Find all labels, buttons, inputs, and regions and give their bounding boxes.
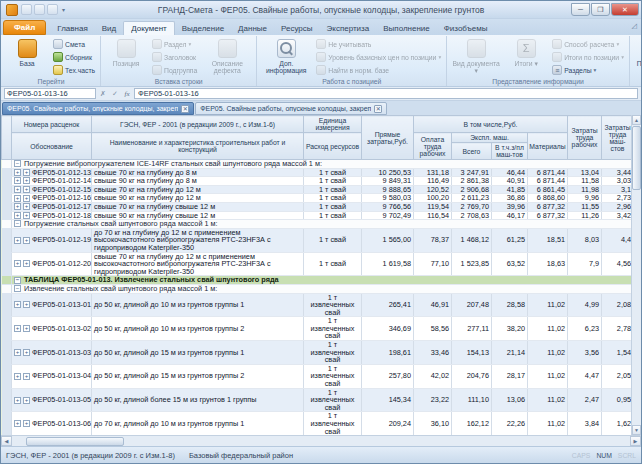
tab-выделение[interactable]: Выделение [175, 22, 231, 35]
col-including[interactable]: В том числе,Руб. [414, 116, 568, 133]
col-machines-total[interactable]: Всего [452, 143, 492, 160]
scroll-down-icon[interactable]: ▼ [632, 425, 641, 435]
app-icon[interactable] [6, 4, 18, 16]
table-row[interactable]: ++ФЕР05-01-013-05до 50 кг, длиной более … [2, 388, 632, 412]
expand-icon[interactable]: + [14, 237, 21, 244]
expand-icon[interactable]: + [23, 195, 30, 202]
sections-button[interactable]: ≡Разделы▾ [550, 64, 626, 76]
collapse-icon[interactable]: − [14, 220, 21, 227]
col-base-name[interactable]: ГЭСН, ФЕР - 2001 (в редакции 2009 г., с … [92, 116, 304, 133]
col-direct-costs[interactable]: Прямые затраты,Руб. [362, 116, 414, 160]
table-row[interactable]: ++ФЕР05-01-013-03до 50 кг, длиной до 15 … [2, 341, 632, 365]
table-row[interactable]: ++ФЕР05-01-013-01до 50 кг, длиной до 10 … [2, 293, 632, 317]
expand-icon[interactable]: + [23, 373, 30, 380]
save-icon[interactable] [21, 4, 32, 15]
tab-данные[interactable]: Данные [231, 22, 274, 35]
collapse-icon[interactable]: − [14, 285, 21, 292]
col-resources[interactable]: Расход ресурсов [304, 133, 362, 160]
vertical-scroll-thumb[interactable] [632, 126, 641, 190]
expand-icon[interactable]: + [14, 301, 21, 308]
tab-главная[interactable]: Главная [50, 22, 94, 35]
table-row[interactable]: ++ФЕР05-01-013-06до 70 кг, длиной до 10 … [2, 412, 632, 435]
extra-info-button[interactable]: Доп. информация [260, 37, 312, 74]
expand-icon[interactable]: + [14, 195, 21, 202]
tab-close-icon[interactable]: ✕ [374, 105, 382, 113]
col-machines-wages[interactable]: В т.ч.з/пл маш-тов [492, 143, 528, 160]
scroll-left-icon[interactable]: ◀ [1, 436, 12, 446]
expand-icon[interactable]: + [14, 177, 21, 184]
col-machines[interactable]: Экспл. маш. [452, 133, 528, 143]
expand-icon[interactable]: + [23, 260, 30, 267]
formula-input[interactable]: ФЕР05-01-013-16 [134, 88, 638, 99]
expand-icon[interactable]: + [14, 169, 21, 176]
expand-icon[interactable]: + [23, 212, 30, 219]
tab-документ[interactable]: Документ [123, 21, 175, 35]
expand-icon[interactable]: + [23, 397, 30, 404]
cancel-icon[interactable]: ✗ [98, 90, 108, 98]
collapse-icon[interactable]: − [14, 160, 21, 167]
expand-icon[interactable]: + [23, 203, 30, 210]
col-materials[interactable]: Материалы [528, 133, 568, 160]
col-justification[interactable]: Обоснование [12, 133, 92, 160]
expand-icon[interactable]: + [23, 186, 30, 193]
group-row[interactable]: −Погружение стальных свай шпунтового ряд… [2, 220, 632, 229]
table-row[interactable]: ++ФЕР05-01-012-17свыше 70 кг на глубину … [2, 202, 632, 211]
maximize-button[interactable]: ❐ [591, 3, 610, 16]
expand-icon[interactable]: + [14, 325, 21, 332]
expand-icon[interactable]: + [14, 212, 21, 219]
horizontal-scroll-thumb[interactable] [26, 437, 124, 446]
expand-icon[interactable]: + [23, 325, 30, 332]
col-labor-hours[interactable]: Затраты труда рабочих [568, 116, 602, 160]
table-row[interactable]: ++ФЕР05-01-013-04до 50 кг, длиной до 15 … [2, 364, 632, 388]
redo-icon[interactable] [47, 4, 58, 15]
expand-icon[interactable]: + [14, 397, 21, 404]
document-tab[interactable]: ФЕР05. Свайные работы, опускные колодцы,… [195, 102, 387, 115]
expand-icon[interactable]: + [14, 203, 21, 210]
quick-access-caret-icon[interactable]: ▾ [60, 6, 67, 13]
group-row[interactable]: −Погружение вибропогружателем ICE-14RF с… [2, 160, 632, 169]
parameters-button[interactable]: Параметры [633, 37, 642, 67]
expand-icon[interactable]: + [14, 373, 21, 380]
tab-close-icon[interactable]: ✕ [181, 105, 189, 113]
table-row[interactable]: ++ФЕР05-01-012-19до 70 кг на глубину до … [2, 228, 632, 252]
expand-icon[interactable]: + [23, 420, 30, 427]
group-row[interactable]: −Извлечение стальных свай шпунтового ряд… [2, 284, 632, 293]
expand-icon[interactable]: + [23, 349, 30, 356]
goto-tech-part-button[interactable]: Тех.часть [51, 64, 97, 76]
scroll-right-icon[interactable]: ▶ [630, 436, 641, 446]
tab-выполнение[interactable]: Выполнение [376, 22, 437, 35]
tab-физобъемы[interactable]: Физобъемы [437, 22, 495, 35]
col-unit[interactable]: Единица измерения [304, 116, 362, 133]
col-rate-numbers[interactable]: Номера расценок [12, 116, 92, 133]
horizontal-scrollbar[interactable]: ◀ ▶ [1, 435, 641, 446]
expand-icon[interactable]: + [14, 260, 21, 267]
insert-function-icon[interactable]: fx [122, 90, 132, 98]
name-box[interactable]: ФЕР05-01-013-16 [4, 88, 96, 99]
expand-icon[interactable]: + [14, 420, 21, 427]
scroll-up-icon[interactable]: ▲ [632, 115, 641, 125]
undo-icon[interactable] [34, 4, 45, 15]
expand-icon[interactable]: + [23, 237, 30, 244]
expand-icon[interactable]: + [23, 169, 30, 176]
table-row[interactable]: ++ФЕР05-01-012-14свыше 90 кг на глубину … [2, 177, 632, 186]
goto-collection-button[interactable]: Сборник [51, 51, 97, 63]
tab-ресурсы[interactable]: Ресурсы [274, 22, 320, 35]
minimize-button[interactable]: ─ [571, 3, 590, 16]
vertical-scrollbar[interactable]: ▲ ▼ [631, 115, 641, 435]
expand-icon[interactable]: + [14, 186, 21, 193]
goto-estimate-button[interactable]: Смета [51, 38, 97, 50]
col-labor-pay[interactable]: Оплата труда рабочих [414, 133, 452, 160]
close-button[interactable]: ✕ [611, 3, 639, 16]
document-tab[interactable]: ФЕР05. Свайные работы, опускные колодцы,… [2, 102, 194, 115]
expand-icon[interactable]: + [23, 301, 30, 308]
table-row[interactable]: ++ФЕР05-01-013-02до 50 кг, длиной до 10 … [2, 317, 632, 341]
enter-icon[interactable]: ✓ [110, 90, 120, 98]
expand-icon[interactable]: + [23, 177, 30, 184]
expand-icon[interactable]: + [14, 349, 21, 356]
tab-file[interactable]: Файл [3, 20, 46, 35]
minimize-ribbon-icon[interactable]: ◿ [632, 22, 637, 30]
tab-вид[interactable]: Вид [95, 22, 123, 35]
tab-экспертиза[interactable]: Экспертиза [320, 22, 377, 35]
goto-base-button[interactable]: База [5, 37, 49, 67]
col-machinist-hours[interactable]: Затраты труда маш-стов [602, 116, 631, 160]
